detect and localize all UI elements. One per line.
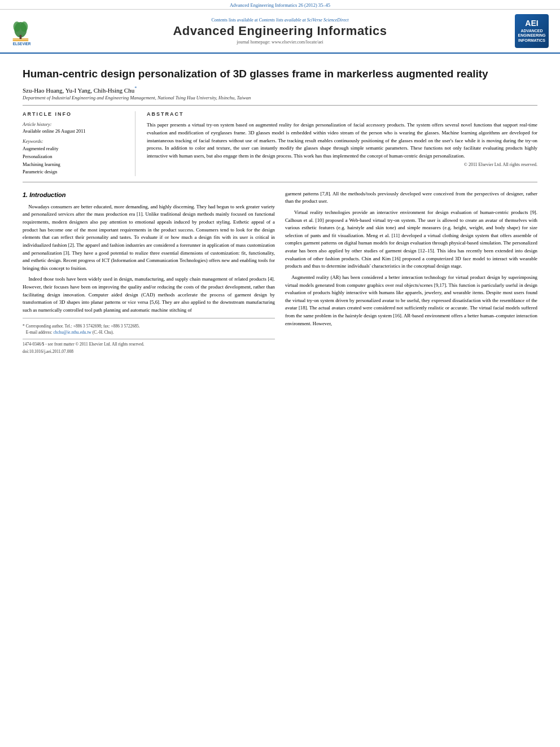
email-suffix: (C.-H. Chu).: [93, 330, 114, 335]
journal-title-block: Contents lists available at Contents lis…: [54, 18, 506, 45]
intro-para1: Nowadays consumers are better educated, …: [23, 203, 275, 273]
star-note: * Corresponding author. Tel.: +886 3 574…: [23, 323, 275, 329]
available-online: Available online 26 August 2011: [23, 128, 127, 134]
article-meta-section: ARTICLE INFO Article history: Available …: [23, 105, 537, 182]
journal-logo-right: AEI ADVANCEDENGINEERINGINFORMATICS: [506, 14, 549, 48]
svg-point-4: [20, 21, 28, 32]
keyword-3: Machining learning: [23, 161, 127, 169]
abstract-label: ABSTRACT: [147, 111, 537, 117]
email-line: E-mail address: chchu@ie.nthu.edu.tw (C.…: [23, 329, 275, 335]
section1-heading: 1. Introduction: [23, 190, 275, 200]
issn-line: 1474-0346/$ - see front matter © 2011 El…: [23, 341, 275, 347]
body-columns: 1. Introduction Nowadays consumers are b…: [23, 190, 537, 355]
keywords-label: Keywords:: [23, 138, 127, 144]
article-info-label: ARTICLE INFO: [23, 111, 127, 117]
article-history-label: Article history:: [23, 121, 127, 127]
keyword-1: Augmented reality: [23, 145, 127, 153]
svg-rect-5: [20, 34, 22, 38]
abstract-text: This paper presents a virtual try-on sys…: [147, 121, 537, 160]
svg-text:ELSEVIER: ELSEVIER: [13, 42, 31, 46]
svg-rect-1: [13, 40, 28, 41]
main-content: Human-centric design personalization of …: [0, 54, 560, 361]
journal-logo-box: AEI ADVANCEDENGINEERINGINFORMATICS: [515, 14, 549, 48]
keyword-2: Personalization: [23, 153, 127, 161]
journal-header: ELSEVIER Contents lists available at Con…: [0, 10, 560, 54]
sciverse-text: Contents lists available at Contents lis…: [54, 18, 506, 23]
authors-line: Szu-Hao Huang, Yu-I Yang, Chih-Hsing Chu…: [23, 86, 537, 94]
right-column: garment patterns [7,8]. All the methods/…: [285, 190, 537, 355]
journal-homepage: journal homepage: www.elsevier.com/locat…: [54, 40, 506, 45]
paper-title: Human-centric design personalization of …: [23, 67, 537, 81]
keyword-4: Parametric design: [23, 168, 127, 176]
journal-info-bar: Advanced Engineering Informatics 26 (201…: [0, 0, 560, 10]
corresponding-star: *: [134, 86, 137, 91]
footnote-section: * Corresponding author. Tel.: +886 3 574…: [23, 318, 275, 355]
right-para2: Virtual reality technologies provide an …: [285, 209, 537, 270]
svg-point-3: [14, 21, 21, 32]
authors-text: Szu-Hao Huang, Yu-I Yang, Chih-Hsing Chu: [23, 86, 134, 93]
copyright-line: © 2011 Elsevier Ltd. All rights reserved…: [147, 162, 537, 167]
left-column: 1. Introduction Nowadays consumers are b…: [23, 190, 275, 355]
right-para3: Augmented reality (AR) has been consider…: [285, 274, 537, 327]
journal-name: Advanced Engineering Informatics: [54, 24, 506, 38]
abstract-column: ABSTRACT This paper presents a virtual t…: [147, 111, 537, 176]
keywords-list: Augmented reality Personalization Machin…: [23, 145, 127, 176]
keywords-block: Keywords: Augmented reality Personalizat…: [23, 138, 127, 176]
email-address: chchu@ie.nthu.edu.tw: [53, 330, 91, 335]
elsevier-logo: ELSEVIER: [11, 15, 54, 47]
intro-para2: Indeed those tools have been widely used…: [23, 276, 275, 314]
email-label: E-mail address:: [26, 330, 53, 335]
doi-line: doi:10.1016/j.aei.2011.07.008: [23, 348, 275, 355]
journal-citation: Advanced Engineering Informatics 26 (201…: [230, 2, 330, 8]
right-para-continuation: garment patterns [7,8]. All the methods/…: [285, 190, 537, 206]
article-info-column: ARTICLE INFO Article history: Available …: [23, 111, 135, 176]
affiliation: Department of Industrial Engineering and…: [23, 95, 537, 101]
